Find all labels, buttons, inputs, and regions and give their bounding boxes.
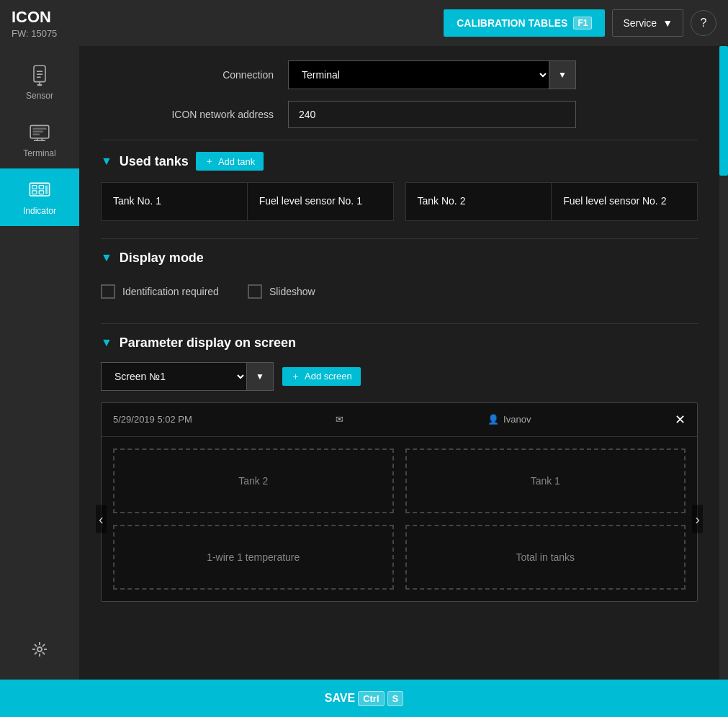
sidebar-item-sensor[interactable]: Sensor bbox=[0, 53, 79, 111]
svg-rect-8 bbox=[32, 131, 42, 132]
main-layout: Sensor Terminal bbox=[0, 46, 728, 680]
display-mode-title: Display mode bbox=[120, 251, 204, 266]
tank-2-name: Tank No. 2 bbox=[406, 183, 552, 220]
svg-rect-16 bbox=[32, 191, 37, 194]
svg-rect-9 bbox=[32, 134, 40, 135]
screen-select[interactable]: Screen №1Screen №2 bbox=[102, 363, 246, 390]
preview-grid: Tank 2 Tank 1 1-wire 1 temperature Total… bbox=[102, 437, 697, 601]
parameter-display-title: Parameter display on screen bbox=[120, 335, 296, 351]
screen-selector-row: Screen №1Screen №2 ▼ ＋ Add screen bbox=[101, 362, 698, 391]
parameter-display-header: ▼ Parameter display on screen bbox=[101, 335, 698, 351]
tanks-grid: Tank No. 1 Fuel level sensor No. 1 Tank … bbox=[101, 182, 698, 221]
indicator-icon bbox=[28, 179, 51, 202]
used-tanks-header: ▼ Used tanks ＋ Add tank bbox=[101, 152, 698, 171]
identification-required-item[interactable]: Identification required bbox=[101, 284, 219, 299]
app-title: ICON bbox=[12, 8, 54, 27]
tank-2-sensor: Fuel level sensor No. 2 bbox=[552, 183, 697, 220]
scrollbar-thumb[interactable] bbox=[719, 46, 728, 176]
tank-1-sensor: Fuel level sensor No. 1 bbox=[248, 183, 393, 220]
add-screen-label: Add screen bbox=[305, 371, 352, 382]
svg-line-27 bbox=[35, 652, 37, 654]
separator-3 bbox=[101, 323, 698, 324]
used-tanks-title: Used tanks bbox=[120, 154, 189, 169]
screen-preview: 5/29/2019 5:02 PM ✉ 👤 Ivanov ✕ Tank 2 Ta… bbox=[101, 402, 698, 602]
svg-rect-18 bbox=[45, 186, 48, 194]
identification-required-label: Identification required bbox=[122, 286, 219, 297]
preview-cell-3[interactable]: Total in tanks bbox=[405, 525, 686, 590]
identification-required-checkbox[interactable] bbox=[101, 284, 115, 299]
sidebar-item-terminal[interactable]: Terminal bbox=[0, 111, 79, 168]
scrollbar[interactable] bbox=[719, 46, 728, 680]
preview-nav-right-button[interactable]: › bbox=[692, 505, 703, 533]
tank-card-2: Tank No. 2 Fuel level sensor No. 2 bbox=[405, 182, 698, 221]
preview-cell-0[interactable]: Tank 2 bbox=[113, 448, 394, 513]
service-dropdown-arrow: ▼ bbox=[662, 17, 673, 29]
calibration-label: CALIBRATION TABLES bbox=[457, 17, 567, 29]
display-mode-chevron[interactable]: ▼ bbox=[101, 251, 112, 264]
network-address-input[interactable] bbox=[288, 101, 576, 128]
f1-key-badge: F1 bbox=[573, 17, 592, 30]
parameter-display-section: ▼ Parameter display on screen Screen №1S… bbox=[101, 335, 698, 602]
sidebar-bottom bbox=[0, 629, 79, 680]
sidebar-terminal-label: Terminal bbox=[23, 148, 55, 158]
slideshow-item[interactable]: Slideshow bbox=[248, 284, 315, 299]
display-mode-header: ▼ Display mode bbox=[101, 251, 698, 266]
sensor-icon bbox=[28, 63, 51, 86]
preview-user: 👤 Ivanov bbox=[487, 414, 531, 425]
svg-rect-15 bbox=[39, 186, 43, 189]
connection-control: Terminal ▼ bbox=[288, 60, 576, 89]
connection-select-wrapper: Terminal ▼ bbox=[288, 60, 576, 89]
used-tanks-chevron[interactable]: ▼ bbox=[101, 155, 112, 168]
svg-point-19 bbox=[37, 647, 42, 651]
preview-grid-wrapper: Tank 2 Tank 1 1-wire 1 temperature Total… bbox=[102, 437, 697, 601]
preview-header: 5/29/2019 5:02 PM ✉ 👤 Ivanov ✕ bbox=[102, 403, 697, 437]
firmware-label: FW: 15075 bbox=[12, 28, 57, 39]
preview-close-button[interactable]: ✕ bbox=[675, 412, 686, 428]
slideshow-label: Slideshow bbox=[269, 286, 315, 297]
connection-row: Connection Terminal ▼ bbox=[101, 60, 698, 89]
add-tank-button[interactable]: ＋ Add tank bbox=[196, 152, 264, 171]
settings-icon bbox=[30, 639, 50, 659]
sidebar-sensor-label: Sensor bbox=[26, 91, 53, 101]
connection-dropdown-arrow[interactable]: ▼ bbox=[549, 61, 575, 89]
content-area: Connection Terminal ▼ ICON network addre… bbox=[79, 46, 719, 680]
help-icon: ? bbox=[701, 17, 707, 30]
svg-rect-7 bbox=[32, 128, 46, 130]
sidebar-indicator-label: Indicator bbox=[23, 206, 56, 216]
svg-rect-2 bbox=[37, 84, 42, 86]
used-tanks-section: ▼ Used tanks ＋ Add tank Tank No. 1 Fuel … bbox=[101, 152, 698, 221]
sidebar: Sensor Terminal bbox=[0, 46, 79, 680]
sidebar-item-indicator[interactable]: Indicator bbox=[0, 168, 79, 226]
service-button[interactable]: Service ▼ bbox=[612, 9, 683, 37]
svg-line-24 bbox=[35, 644, 37, 646]
preview-cell-2[interactable]: 1-wire 1 temperature bbox=[113, 525, 394, 590]
header-title-group: ICON FW: 15075 bbox=[12, 8, 57, 39]
parameter-display-chevron[interactable]: ▼ bbox=[101, 336, 112, 349]
slideshow-checkbox[interactable] bbox=[248, 284, 262, 299]
preview-cell-1[interactable]: Tank 1 bbox=[405, 448, 686, 513]
help-button[interactable]: ? bbox=[691, 10, 716, 36]
svg-line-26 bbox=[42, 644, 45, 646]
screen-select-arrow[interactable]: ▼ bbox=[246, 363, 273, 390]
service-label: Service bbox=[623, 17, 657, 29]
sidebar-settings-button[interactable] bbox=[0, 629, 79, 669]
save-footer[interactable]: SAVE Ctrl S bbox=[0, 680, 728, 717]
header: ICON FW: 15075 CALIBRATION TABLES F1 Ser… bbox=[0, 0, 728, 46]
preview-nav-left-button[interactable]: ‹ bbox=[96, 505, 107, 533]
separator-1 bbox=[101, 140, 698, 140]
svg-rect-17 bbox=[39, 191, 43, 194]
message-icon: ✉ bbox=[336, 414, 343, 425]
display-mode-checkboxes: Identification required Slideshow bbox=[101, 277, 698, 306]
svg-rect-0 bbox=[34, 66, 45, 81]
connection-label: Connection bbox=[101, 69, 288, 81]
s-key-badge: S bbox=[387, 691, 404, 706]
terminal-icon bbox=[28, 121, 51, 144]
save-label: SAVE bbox=[325, 692, 355, 705]
connection-select[interactable]: Terminal bbox=[289, 61, 549, 89]
preview-username: Ivanov bbox=[503, 414, 531, 425]
add-tank-plus-icon: ＋ bbox=[205, 155, 214, 168]
separator-2 bbox=[101, 238, 698, 239]
network-address-control bbox=[288, 101, 576, 128]
calibration-tables-button[interactable]: CALIBRATION TABLES F1 bbox=[444, 9, 605, 37]
add-screen-button[interactable]: ＋ Add screen bbox=[282, 367, 361, 386]
